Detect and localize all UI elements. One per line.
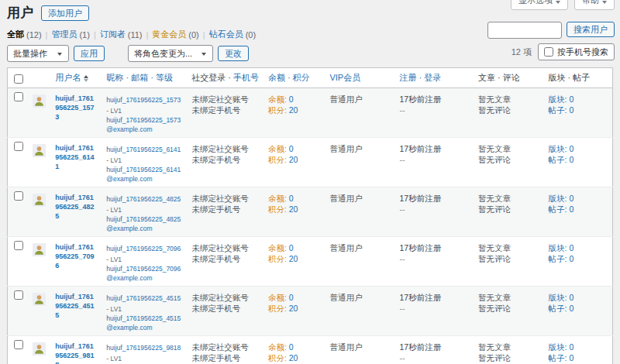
email-link[interactable]: huijuf_1761956225_7096@example.com — [106, 264, 182, 283]
balance-cell: 余额: 0 积分: 20 — [264, 336, 326, 364]
sections-label[interactable]: 版块: — [549, 243, 567, 252]
user-level: - LV1 — [106, 256, 122, 263]
points-value[interactable]: 20 — [289, 254, 298, 263]
topics-label[interactable]: 帖子: — [549, 204, 567, 214]
vip-cell: 普通用户 — [325, 88, 394, 138]
users-tbody: huijuf_1761956225_1573 huijuf_1761956225… — [8, 88, 613, 364]
change-role-button[interactable]: 更改 — [218, 46, 249, 61]
role-filter-link[interactable]: 钻石会员 — [209, 29, 243, 40]
sections-value[interactable]: 0 — [569, 144, 574, 153]
last-login: -- — [400, 105, 470, 115]
balance-value[interactable]: 0 — [289, 94, 294, 104]
forum-cell: 版块: 0 帖子: 0 — [544, 88, 613, 138]
column-sections-topics: 版块 · 帖子 — [544, 68, 613, 88]
row-checkbox[interactable] — [14, 92, 23, 101]
row-checkbox[interactable] — [14, 142, 23, 151]
table-row: huijuf_1761956225_7096 huijuf_1761956225… — [8, 237, 613, 287]
phone-search-toggle[interactable]: 按手机号搜索 — [538, 43, 615, 60]
row-checkbox[interactable] — [14, 340, 23, 349]
role-filter-link[interactable]: 全部 — [7, 29, 24, 40]
row-checkbox[interactable] — [14, 290, 23, 300]
add-user-button[interactable]: 添加用户 — [41, 5, 89, 21]
column-username[interactable]: 用户名 — [50, 68, 102, 88]
username-link[interactable]: huijuf_1761956225_4825 — [55, 193, 97, 221]
sections-value[interactable]: 0 — [569, 243, 574, 252]
balance-value[interactable]: 0 — [289, 243, 294, 252]
help-label: 帮助 — [582, 0, 599, 6]
row-checkbox[interactable] — [14, 191, 23, 201]
role-filter-link[interactable]: 订阅者 — [100, 29, 126, 40]
username-cell: huijuf_1761956225_6141 — [50, 138, 102, 187]
role-filter-link[interactable]: 黄金会员 — [152, 29, 186, 40]
column-social-phone[interactable]: 社交登录 · 手机号 — [187, 68, 264, 88]
sections-label[interactable]: 版块: — [549, 342, 567, 352]
phone-status: 未绑定手机号 — [191, 303, 259, 314]
points-value[interactable]: 20 — [289, 155, 298, 164]
balance-cell: 余额: 0 积分: 20 — [264, 138, 326, 187]
phone-search-checkbox[interactable] — [544, 47, 553, 57]
topics-label[interactable]: 帖子: — [549, 254, 567, 263]
sections-label[interactable]: 版块: — [549, 144, 567, 153]
topics-label[interactable]: 帖子: — [549, 105, 567, 115]
role-filter-link[interactable]: 管理员 — [51, 29, 77, 40]
table-row: huijuf_1761956225_6141 huijuf_1761956225… — [8, 138, 613, 187]
social-cell: 未绑定社交账号 未绑定手机号 — [187, 287, 264, 336]
username-link[interactable]: huijuf_1761956225_4515 — [55, 292, 97, 320]
sections-value[interactable]: 0 — [569, 342, 574, 352]
topics-value[interactable]: 0 — [569, 155, 574, 164]
balance-value[interactable]: 0 — [289, 342, 294, 352]
points-value[interactable]: 20 — [289, 105, 298, 115]
column-nick-email-level[interactable]: 昵称 · 邮箱 · 等级 — [102, 68, 187, 88]
search-users-button[interactable]: 搜索用户 — [567, 22, 615, 37]
help-button[interactable]: 帮助 — [574, 0, 615, 10]
email-link[interactable]: huijuf_1761956225_6141@example.com — [106, 165, 182, 184]
balance-value[interactable]: 0 — [289, 144, 294, 153]
screen-options-button[interactable]: 显示选项 — [511, 0, 568, 10]
registered-time: 17秒前注册 — [400, 342, 470, 352]
sections-value[interactable]: 0 — [569, 94, 574, 104]
topics-value[interactable]: 0 — [569, 304, 574, 313]
balance-value[interactable]: 0 — [289, 194, 294, 203]
sections-label[interactable]: 版块: — [549, 194, 567, 203]
change-role-select[interactable]: 将角色变更为... — [128, 45, 213, 62]
role-filter-item: | 钻石会员 (0) — [199, 29, 256, 40]
topics-label[interactable]: 帖子: — [549, 304, 567, 313]
sections-value[interactable]: 0 — [569, 194, 574, 203]
nickname: huijuf_1761956225_4515 - LV1 — [106, 294, 181, 313]
row-checkbox[interactable] — [14, 241, 23, 250]
apply-button[interactable]: 应用 — [74, 46, 105, 61]
email-link[interactable]: huijuf_1761956225_4825@example.com — [106, 215, 182, 233]
topics-value[interactable]: 0 — [569, 254, 574, 263]
topics-value[interactable]: 0 — [569, 204, 574, 214]
bulk-action-select[interactable]: 批量操作 — [7, 45, 69, 62]
posts-cell: 暂无文章 暂无评论 — [474, 187, 544, 237]
username-link[interactable]: huijuf_1761956225_7096 — [55, 242, 97, 270]
sections-label[interactable]: 版块: — [549, 94, 567, 104]
column-balance-points[interactable]: 余额 · 积分 — [264, 68, 326, 88]
phone-status: 未绑定手机号 — [191, 154, 259, 165]
select-all-checkbox[interactable] — [14, 74, 23, 84]
sections-value[interactable]: 0 — [569, 293, 574, 302]
username-link[interactable]: huijuf_1761956225_1573 — [55, 94, 97, 122]
points-value[interactable]: 20 — [289, 353, 298, 362]
registered-time: 17秒前注册 — [400, 94, 470, 105]
search-users-input[interactable] — [487, 22, 562, 39]
points-value[interactable]: 20 — [289, 304, 298, 313]
screen-meta: 显示选项 帮助 — [511, 0, 615, 10]
topics-label[interactable]: 帖子: — [549, 353, 567, 362]
topics-value[interactable]: 0 — [569, 353, 574, 362]
column-register-login[interactable]: 注册 · 登录 — [395, 68, 474, 88]
comments-status: 暂无评论 — [478, 204, 539, 215]
sections-label[interactable]: 版块: — [549, 293, 567, 302]
topics-value[interactable]: 0 — [569, 105, 574, 115]
vip-cell: 普通用户 — [325, 187, 394, 237]
balance-value[interactable]: 0 — [289, 293, 294, 302]
last-login: -- — [400, 303, 470, 314]
topics-label[interactable]: 帖子: — [549, 155, 567, 164]
points-value[interactable]: 20 — [289, 204, 298, 214]
email-link[interactable]: huijuf_1761956225_1573@example.com — [106, 115, 182, 134]
username-link[interactable]: huijuf_1761956225_6141 — [55, 143, 97, 171]
username-link[interactable]: huijuf_1761956225_9818 — [55, 342, 97, 364]
column-vip[interactable]: VIP会员 — [325, 68, 394, 88]
email-link[interactable]: huijuf_1761956225_4515@example.com — [106, 314, 182, 332]
